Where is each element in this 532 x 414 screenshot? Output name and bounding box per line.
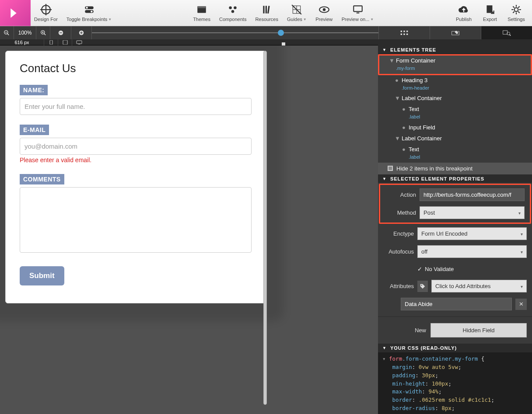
prop-novalidate[interactable]: ✓ No Validate <box>378 261 532 277</box>
zoom-bar: 100% <box>0 26 532 39</box>
elements-tree: ▼Form Container .my-form ●Heading 3 .for… <box>378 54 532 174</box>
right-panel: ▼Elements Tree ▼Form Container .my-form … <box>378 45 532 414</box>
app-logo[interactable] <box>0 0 31 26</box>
collapse-icon: ▼ <box>382 346 387 350</box>
form-title: Contact Us <box>20 62 252 75</box>
ruler-bar: 616 px <box>0 39 532 45</box>
tree-hide-items[interactable]: Hide 2 items in this breakpoint <box>378 163 532 174</box>
svg-rect-44 <box>503 31 508 34</box>
preview-on-button[interactable]: Preview on...▼ <box>338 0 378 26</box>
canvas-area: Contact Us NAME: E-MAIL Please enter a v… <box>0 45 378 414</box>
canvas-scrollbar[interactable] <box>263 51 267 405</box>
tree-form-container[interactable]: ▼Form Container .my-form <box>379 56 531 74</box>
comments-textarea[interactable] <box>20 187 252 253</box>
enctype-select[interactable]: Form Url Encoded <box>417 227 527 240</box>
tree-input-field[interactable]: ●Input Field <box>378 122 532 133</box>
zoom-in-magnifier-button[interactable] <box>36 26 50 39</box>
svg-rect-41 <box>403 34 405 35</box>
themes-icon <box>196 4 208 15</box>
svg-line-46 <box>510 35 511 36</box>
svg-point-9 <box>229 6 232 9</box>
hidden-field-button[interactable]: Hidden Field <box>430 323 527 337</box>
zoom-minus-button[interactable] <box>50 26 71 39</box>
svg-rect-14 <box>267 6 270 14</box>
svg-point-24 <box>514 8 518 12</box>
device-desktop-icon[interactable] <box>72 39 86 45</box>
panel-tab-edit[interactable] <box>430 26 481 39</box>
svg-rect-8 <box>197 6 206 8</box>
guides-button[interactable]: Guides▼ <box>284 0 310 26</box>
gear-icon <box>510 4 522 15</box>
zoom-out-magnifier-button[interactable] <box>0 26 14 39</box>
guides-label: Guides <box>287 17 302 22</box>
components-button[interactable]: Components <box>216 0 250 26</box>
width-px-label: 616 px <box>0 40 44 45</box>
tree-text-2[interactable]: ●Text .label <box>378 144 532 163</box>
svg-rect-49 <box>77 41 82 44</box>
close-icon: ✕ <box>519 301 524 307</box>
panel-tab-grid[interactable] <box>378 26 430 39</box>
prop-autofocus: Autofocus off <box>378 243 532 261</box>
svg-line-29 <box>44 34 46 35</box>
submit-button[interactable]: Submit <box>20 266 64 285</box>
tree-label-container-1[interactable]: ▼Label Container <box>378 93 532 104</box>
tree-text-1[interactable]: ●Text .label <box>378 104 532 122</box>
preview-button[interactable]: Preview <box>312 0 336 26</box>
device-tablet-icon[interactable] <box>58 39 72 45</box>
svg-rect-42 <box>406 34 408 35</box>
design-for-button[interactable]: Design For <box>31 0 61 26</box>
svg-rect-12 <box>263 6 264 13</box>
tree-heading3[interactable]: ●Heading 3 .form-header <box>378 75 532 94</box>
checkbox-icon <box>388 166 393 171</box>
selected-props: Action Method Post Enctype Form Url Enco… <box>378 183 532 344</box>
selected-props-header[interactable]: ▼Selected Element Properties <box>378 174 532 183</box>
panel-tab-inspect[interactable] <box>481 26 532 39</box>
form-canvas[interactable]: Contact Us NAME: E-MAIL Please enter a v… <box>5 51 266 303</box>
email-error: Please enter a valid email. <box>20 157 252 164</box>
svg-rect-21 <box>354 6 362 11</box>
new-hidden-field: New Hidden Field <box>378 317 532 344</box>
prop-method: Method Post <box>380 204 530 222</box>
chevron-down-icon: ▼ <box>303 17 307 21</box>
svg-line-26 <box>7 34 9 35</box>
toggle-breakpoints-button[interactable]: Toggle Breakpoints▼ <box>63 0 115 26</box>
field-label-comments: COMMENTS <box>20 174 64 184</box>
svg-rect-47 <box>50 40 52 45</box>
guides-icon <box>290 4 303 15</box>
svg-rect-22 <box>356 13 359 14</box>
export-label: Export <box>483 17 497 22</box>
action-input[interactable] <box>420 188 525 201</box>
autofocus-select[interactable]: off <box>417 245 527 258</box>
your-css-header[interactable]: ▼Your CSS (Read-Only) <box>378 344 532 352</box>
slider-knob[interactable] <box>278 30 284 36</box>
resources-button[interactable]: Resources <box>252 0 282 26</box>
elements-tree-header[interactable]: ▼Elements Tree <box>378 45 532 54</box>
crosshair-icon <box>40 4 52 15</box>
svg-point-51 <box>421 285 422 285</box>
settings-label: Settings <box>508 17 525 22</box>
method-select[interactable]: Post <box>420 206 525 219</box>
svg-point-10 <box>234 6 237 9</box>
zoom-plus-button[interactable] <box>71 26 92 39</box>
prop-data-abide: Data Abide ✕ <box>378 295 532 313</box>
svg-point-5 <box>86 7 88 9</box>
remove-attr-button[interactable]: ✕ <box>515 299 527 310</box>
design-for-label: Design For <box>34 17 58 22</box>
export-icon <box>484 4 496 15</box>
themes-button[interactable]: Themes <box>189 0 214 26</box>
tree-label-container-2[interactable]: ▼Label Container <box>378 133 532 144</box>
name-input[interactable] <box>20 98 252 115</box>
settings-button[interactable]: Settings <box>504 0 528 26</box>
attributes-select[interactable]: Click to Add Attributes <box>431 280 527 292</box>
svg-rect-40 <box>401 34 402 35</box>
email-input[interactable] <box>20 138 252 155</box>
export-button[interactable]: Export <box>478 0 502 26</box>
prop-action: Action <box>380 186 530 204</box>
data-abide-label: Data Abide <box>405 301 433 307</box>
preview-on-label: Preview on... <box>342 17 370 22</box>
tag-icon <box>417 281 428 292</box>
publish-label: Publish <box>456 17 472 22</box>
publish-button[interactable]: Publish <box>452 0 476 26</box>
breakpoint-slider[interactable] <box>92 26 378 39</box>
device-phone-icon[interactable] <box>44 39 58 45</box>
